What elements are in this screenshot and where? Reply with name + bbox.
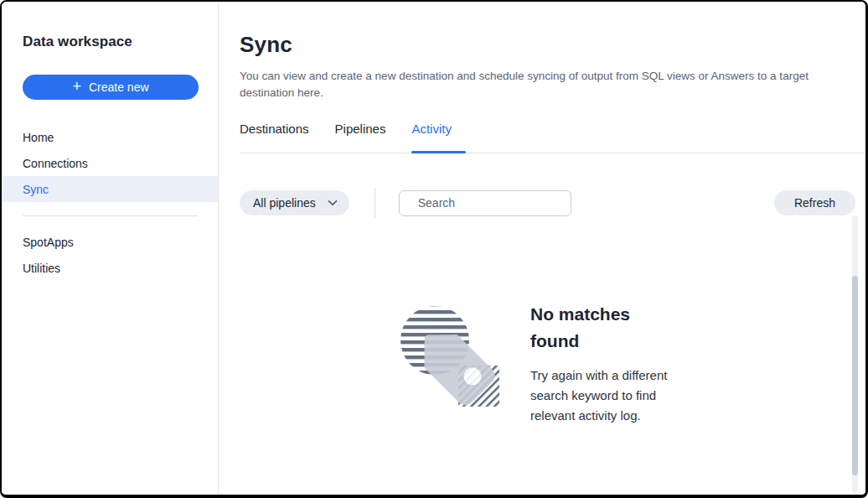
sidebar-nav: Home Connections Sync SpotApps Utilities xyxy=(2,124,218,281)
pipeline-filter-label: All pipelines xyxy=(253,196,316,210)
refresh-button[interactable]: Refresh xyxy=(774,190,855,215)
main-content: Sync You can view and create a new desti… xyxy=(219,2,865,495)
empty-state-text: No matches found Try again with a differ… xyxy=(530,301,694,426)
create-new-button[interactable]: + Create new xyxy=(23,75,199,100)
sidebar: Data workspace + Create new Home Connect… xyxy=(2,2,219,495)
empty-state: No matches found Try again with a differ… xyxy=(398,301,733,426)
page-description: You can view and create a new destinatio… xyxy=(240,68,851,101)
empty-state-message: Try again with a different search keywor… xyxy=(530,366,694,426)
search-box[interactable] xyxy=(399,190,571,216)
toolbar: All pipelines xyxy=(240,188,865,218)
create-new-label: Create new xyxy=(89,80,149,94)
tab-activity[interactable]: Activity xyxy=(411,122,452,153)
chevron-down-icon xyxy=(328,200,338,206)
empty-state-title: No matches found xyxy=(530,301,664,355)
scrollbar-thumb[interactable] xyxy=(852,276,858,475)
sidebar-item-home[interactable]: Home xyxy=(2,124,218,150)
no-matches-tag-illustration xyxy=(398,301,507,410)
pipeline-filter-dropdown[interactable]: All pipelines xyxy=(240,190,349,215)
page-title: Sync xyxy=(240,32,865,58)
app-window: Data workspace + Create new Home Connect… xyxy=(0,0,868,498)
workspace-title: Data workspace xyxy=(2,34,218,50)
tab-bar: Destinations Pipelines Activity xyxy=(240,122,865,153)
sidebar-item-spotapps[interactable]: SpotApps xyxy=(2,229,218,255)
plus-icon: + xyxy=(72,79,81,94)
tab-destinations[interactable]: Destinations xyxy=(240,122,309,153)
sidebar-item-sync[interactable]: Sync xyxy=(2,176,218,202)
search-input[interactable] xyxy=(418,196,570,210)
toolbar-separator xyxy=(375,188,375,218)
sidebar-item-connections[interactable]: Connections xyxy=(2,150,218,176)
scrollbar-track[interactable] xyxy=(852,215,858,493)
tab-pipelines[interactable]: Pipelines xyxy=(335,122,386,153)
sidebar-divider xyxy=(23,215,198,216)
sidebar-item-utilities[interactable]: Utilities xyxy=(2,255,218,281)
